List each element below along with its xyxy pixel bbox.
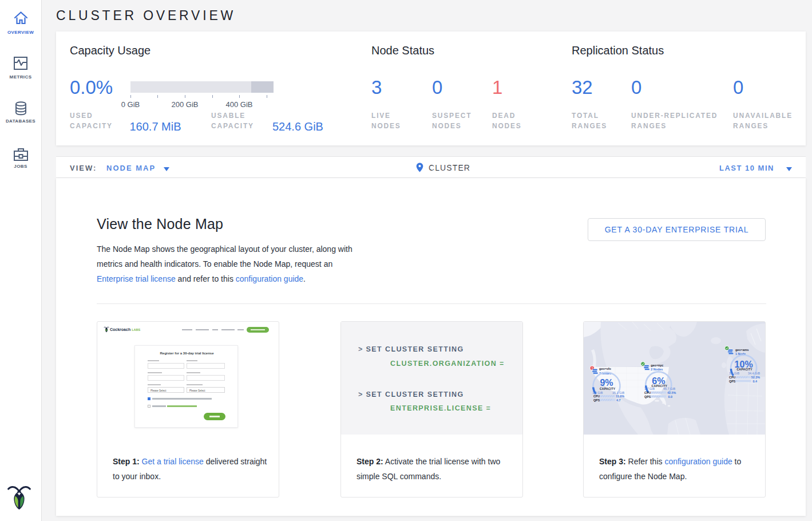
svg-text:11.0%: 11.0% (616, 394, 624, 398)
svg-text:CPU: CPU (729, 376, 735, 379)
svg-text:45.7 GiB: 45.7 GiB (663, 387, 675, 390)
svg-text:geo=nyc: geo=nyc (651, 364, 663, 367)
svg-text:QPS: QPS (644, 395, 651, 398)
svg-text:3.2 GiB: 3.2 GiB (592, 391, 603, 394)
svg-text:CAPACITY: CAPACITY (736, 368, 752, 371)
svg-text:35.1 GiB: 35.1 GiB (612, 391, 624, 394)
svg-text:4.7: 4.7 (616, 398, 621, 402)
svg-text:geo=sfo: geo=sfo (599, 367, 612, 370)
svg-text:3.7 GiB: 3.7 GiB (644, 387, 655, 390)
svg-text:geo=ams: geo=ams (735, 348, 749, 352)
svg-text:42.5%: 42.5% (667, 391, 676, 394)
svg-text:52.3%: 52.3% (751, 376, 760, 379)
svg-text:QPS: QPS (593, 398, 600, 402)
svg-text:34.4 GiB: 34.4 GiB (748, 372, 760, 375)
svg-text:QPS: QPS (729, 380, 736, 383)
svg-text:2 Nodes: 2 Nodes (651, 368, 663, 371)
svg-text:CPU: CPU (644, 391, 651, 394)
svg-text:CPU: CPU (593, 394, 600, 398)
svg-text:9%: 9% (600, 378, 613, 388)
svg-text:3.6 GiB: 3.6 GiB (729, 372, 739, 375)
svg-text:0.4: 0.4 (753, 380, 758, 383)
svg-text:CAPACITY: CAPACITY (600, 387, 616, 390)
svg-text:0.0: 0.0 (668, 395, 673, 398)
